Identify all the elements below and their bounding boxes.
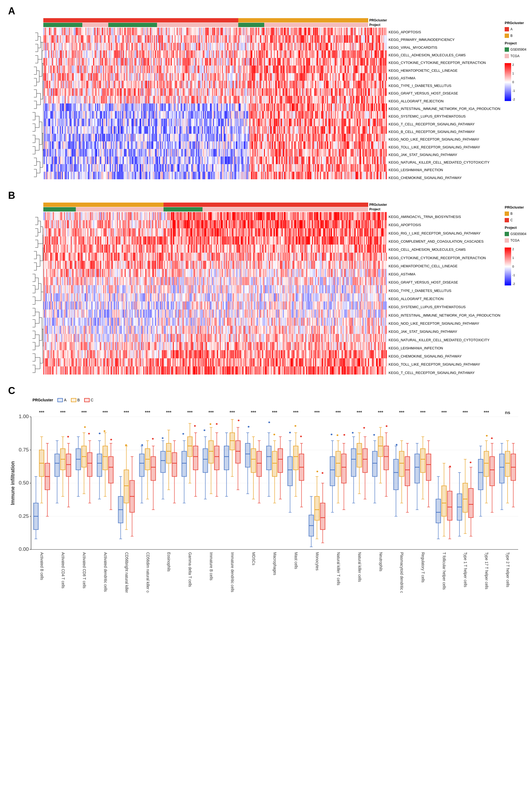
panel-b-scale-neg2: -2 [512, 282, 515, 285]
panel-c-legend-a: A [57, 398, 66, 402]
panel-c-legend-box-c [84, 398, 90, 402]
panel-a-legend-project-tcga: TCGA [505, 54, 526, 58]
row-label: KEGG_NATURAL_KILLER_CELL_MEDIATED_CYTOTO… [388, 160, 500, 165]
row-label: KEGG_T_CELL_RECEPTOR_SIGNALING_PATHWAY [388, 122, 500, 127]
panel-b-cluster-bar-row: PRGcluster [43, 203, 387, 207]
panel-a-legend-color-b [505, 34, 509, 38]
row-label: KEGG_SYSTEMIC_LUPUS_ERYTHEMATOSUS [388, 305, 500, 309]
panel-b-legend-project-gse: GSE65904 [505, 232, 526, 236]
row-label: KEGG_ALLOGRAFT_REJECTION [388, 99, 500, 104]
panel-a-legend-cluster-title: PRGcluster [505, 21, 526, 25]
row-label: KEGG_LEISHMANIA_INFECTION [388, 168, 500, 172]
row-label: KEGG_NOD_LIKE_RECEPTOR_SIGNALING_PATHWAY [388, 321, 500, 326]
panel-b-legend-color-c [505, 218, 509, 222]
panel-b-row-labels: KEGG_AMINOACYL_TRNA_BIOSYNTHESISKEGG_APO… [387, 203, 500, 377]
panel-c-legend-box-b [71, 398, 76, 402]
row-label: KEGG_ALLOGRAFT_REJECTION [388, 297, 500, 301]
row-label: KEGG_ASTHMA [388, 76, 500, 81]
row-label: KEGG_RIG_I_LIKE_RECEPTOR_SIGNALING_PATHW… [388, 231, 500, 236]
panel-a-labels-spacer [388, 18, 500, 29]
row-label: KEGG_CHEMOKINE_SIGNALING_PATHWAY [388, 175, 500, 181]
panel-a: A [8, 5, 524, 182]
panel-b-cluster-bar-label: PRGcluster [369, 203, 387, 207]
panel-a-legend-color-tcga [505, 54, 509, 58]
panel-a-legend-label-tcga: TCGA [510, 54, 519, 58]
row-label: KEGG_JAK_STAT_SIGNALING_PATHWAY [388, 152, 500, 157]
panel-b-labels-spacer [388, 203, 500, 213]
panel-b-heatmap-legend: PRGcluster Project KEGG_AMINOACYL_TRNA_B [8, 203, 524, 377]
panel-b-heatmap-area: PRGcluster Project [43, 203, 387, 377]
row-label: KEGG_INTESTINAL_IMMUNE_NETWORK_FOR_IGA_P… [388, 107, 500, 111]
panel-a-project-bar [43, 23, 368, 27]
panel-a-legend-cluster-a: A [505, 27, 526, 32]
panel-c-boxplot-canvas [8, 403, 524, 593]
panel-a-scale-2: 2 [512, 63, 515, 67]
panel-a-color-scale: 2 1 0 -1 -2 [505, 63, 526, 101]
panel-c-legend-title: PRGcluster [33, 398, 53, 402]
panel-a-cluster-bar-row: PRGcluster [43, 18, 387, 22]
row-label: KEGG_APOPTOSIS [388, 223, 500, 227]
panel-b-legend-label-gse: GSE65904 [510, 232, 526, 236]
row-label: KEGG_CELL_ADHESION_MOLECULES_CAMS [388, 247, 500, 252]
panel-a-project-bar-row: Project [43, 23, 387, 27]
panel-b-dendro-svg [8, 213, 43, 376]
panel-b-legend-label-b: B [510, 212, 513, 215]
panel-a-heatmap-area: PRGcluster Project [43, 18, 387, 182]
row-label: KEGG_NOD_LIKE_RECEPTOR_SIGNALING_PATHWAY [388, 137, 500, 142]
panel-b-legend-color-b [505, 211, 509, 216]
row-label: KEGG_VIRAL_MYOCARDITIS [388, 45, 500, 50]
panel-a-scale-1: 1 [512, 72, 515, 75]
row-label: KEGG_TYPE_I_DIABETES_MELLITUS [388, 83, 500, 88]
panel-b-label: B [8, 190, 524, 201]
row-label: KEGG_TOLL_LIKE_RECEPTOR_SIGNALING_PATHWA… [388, 145, 500, 150]
panel-b-legend-color-tcga [505, 238, 509, 243]
panel-a-legend-label-b: B [510, 34, 513, 38]
panel-b-project-bar-label: Project [369, 207, 380, 211]
panel-a-heatmap-legend: PRGcluster Project KEGG_APOPTOSISKEGG_PR [8, 18, 524, 182]
row-label: KEGG_COMPLEMENT_AND_COAGULATION_CASCADES [388, 239, 500, 244]
panel-b-legend-project-tcga: TCGA [505, 238, 526, 243]
panel-b-cluster-bar [43, 203, 368, 207]
panel-a-legend-cluster-b: B [505, 34, 526, 38]
row-label: KEGG_CHEMOKINE_SIGNALING_PATHWAY [388, 354, 500, 359]
panel-a-heatmap-canvas [43, 27, 387, 179]
panel-a-dendro-svg [8, 29, 43, 181]
row-label: KEGG_ASTHMA [388, 272, 500, 277]
panel-a-scale-labels: 2 1 0 -1 -2 [512, 63, 515, 101]
panel-c-legend-box-a [57, 398, 63, 402]
panel-a-row-labels: KEGG_APOPTOSISKEGG_PRIMARY_IMMUNODEFICIE… [387, 18, 500, 182]
panel-b-scale-0: 0 [512, 265, 515, 268]
row-label: KEGG_T_CELL_RECEPTOR_SIGNALING_PATHWAY [388, 371, 500, 375]
panel-c: C PRGcluster A B C [8, 385, 524, 594]
panel-b-dendrogram [8, 213, 43, 377]
panel-a-legend-project-gse: GSE65904 [505, 48, 526, 52]
panel-c-legend-b: B [71, 398, 80, 402]
panel-a-scale-neg2: -2 [512, 98, 515, 101]
row-label: KEGG_INTESTINAL_IMMUNE_NETWORK_FOR_IGA_P… [388, 313, 500, 318]
panel-a-legend-color-a [505, 27, 509, 32]
row-label: KEGG_B_CELL_RECEPTOR_SIGNALING_PATHWAY [388, 130, 500, 134]
panel-b-legend-label-tcga: TCGA [510, 239, 519, 242]
row-label: KEGG_SYSTEMIC_LUPUS_ERYTHEMATOSUS [388, 114, 500, 119]
panel-a-top-bars: PRGcluster Project [43, 18, 387, 27]
panel-b-legend-cluster-title: PRGcluster [505, 205, 526, 209]
panel-b: B [8, 190, 524, 377]
panel-b-project-bar [43, 207, 368, 211]
panel-a-legend: PRGcluster A B Project GSE65904 TCGA [500, 18, 528, 182]
panel-c-label: C [8, 385, 524, 397]
row-label: KEGG_TYPE_I_DIABETES_MELLITUS [388, 288, 500, 293]
panel-b-scale-labels: 2 1 0 -1 -2 [512, 248, 515, 285]
panel-a-project-bar-label: Project [369, 23, 380, 27]
panel-b-heatmap-canvas [43, 212, 387, 375]
panel-b-project-bar-row: Project [43, 207, 387, 211]
panel-a-dendrogram [8, 29, 43, 182]
panel-b-scale-2: 2 [512, 248, 515, 251]
figure-container: A [0, 0, 532, 599]
panel-c-legend-c: C [84, 398, 93, 402]
row-label: KEGG_GRAFT_VERSUS_HOST_DISEASE [388, 91, 500, 96]
panel-c-legend-label-b: B [77, 398, 80, 402]
row-label: KEGG_HEMATOPOIETIC_CELL_LINEAGE [388, 264, 500, 269]
row-label: KEGG_AMINOACYL_TRNA_BIOSYNTHESIS [388, 214, 500, 220]
panel-b-scale-canvas [505, 248, 511, 285]
panel-a-label: A [8, 5, 524, 17]
